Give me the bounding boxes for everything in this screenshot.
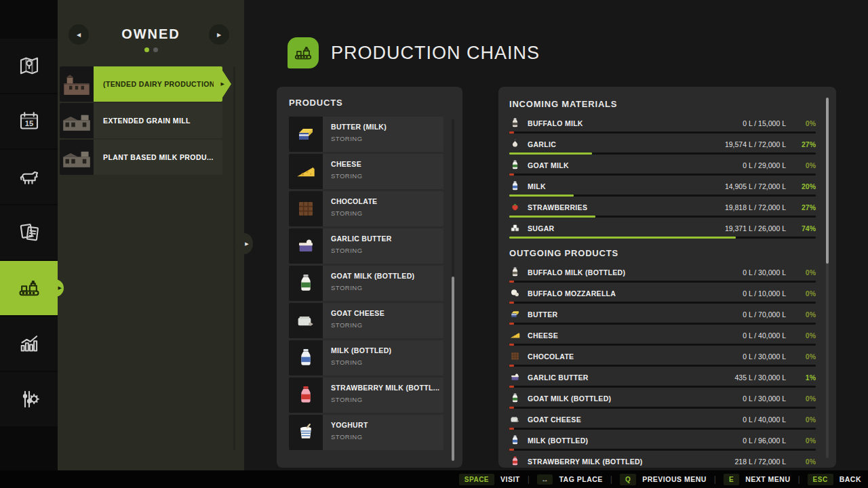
material-percent: 0% [786, 352, 816, 361]
material-name: GARLIC [528, 140, 556, 148]
products-scrollbar-thumb[interactable] [452, 277, 454, 461]
owned-production-item[interactable]: (TENDED DAIRY PRODUCTION▶ [60, 66, 222, 102]
material-name: BUFFALO MOZZARELLA [528, 289, 616, 298]
sidebar-item-calendar[interactable]: 15 [0, 94, 58, 148]
fill-level-track [509, 216, 816, 218]
buffalo-milk-bottle-icon [509, 266, 521, 278]
fill-level-bar-empty [509, 174, 514, 176]
garlic-icon [509, 138, 521, 150]
sidebar-item-contracts[interactable] [0, 205, 58, 260]
fill-level-track [509, 365, 816, 367]
material-name: BUTTER [528, 310, 557, 319]
production-icon [17, 276, 41, 300]
product-info: MILK (BOTTLED)STORING [323, 340, 443, 375]
dairy-building-icon [62, 73, 92, 96]
material-percent: 0% [786, 415, 816, 424]
material-amount: 0 L / 70,000 L [743, 310, 786, 319]
materials-scrollbar-thumb[interactable] [826, 98, 829, 264]
milk-icon [509, 180, 521, 192]
material-name: MILK (BOTTLED) [528, 436, 588, 445]
key-esc[interactable]: ESC [808, 474, 833, 485]
material-row: MILK14,905 L / 72,000 L20% [509, 180, 816, 197]
material-amount: 218 L / 72,000 L [734, 458, 786, 466]
fill-level-bar-empty [509, 449, 514, 451]
material-percent: 0% [786, 331, 816, 340]
product-row[interactable]: GOAT CHEESESTORING [289, 303, 443, 338]
product-row[interactable]: BUTTER (MILK)STORING [289, 117, 443, 152]
product-row[interactable]: STRAWBERRY MILK (BOTTL...STORING [289, 378, 443, 413]
material-name: GOAT MILK (BOTTLED) [528, 394, 611, 403]
fill-level-bar-empty [509, 365, 514, 367]
product-status: STORING [331, 247, 443, 254]
owned-scrollbar[interactable] [233, 66, 235, 450]
material-row: CHEESE0 L / 40,000 L0% [509, 329, 816, 346]
material-name: SUGAR [528, 224, 554, 232]
product-icon-tile [289, 415, 323, 450]
products-scrollbar[interactable] [452, 119, 454, 461]
material-amount: 19,818 L / 72,000 L [725, 203, 786, 211]
sidebar-item-production-chains[interactable]: ▶ [0, 261, 58, 315]
materials-scrollbar[interactable] [826, 98, 829, 458]
material-amount: 0 L / 15,000 L [743, 119, 786, 127]
fill-level-track [509, 449, 816, 451]
material-row: MILK (BOTTLED)0 L / 96,000 L0% [509, 434, 816, 451]
strawberry-milk-bottle-icon [509, 455, 521, 467]
incoming-materials-list: BUFFALO MILK0 L / 15,000 L0%GARLIC19,574… [509, 117, 816, 239]
material-percent: 27% [786, 203, 816, 211]
product-name: CHOCOLATE [331, 197, 443, 205]
owned-production-item[interactable]: PLANT BASED MILK PRODU... [60, 140, 222, 175]
fill-level-bar [509, 216, 595, 218]
product-row[interactable]: CHEESESTORING [289, 154, 443, 189]
material-row: GOAT MILK0 L / 29,000 L0% [509, 159, 816, 176]
goat-cheese-icon [509, 413, 521, 425]
left-right-arrows-icon[interactable]: ↔ [537, 474, 553, 485]
product-row[interactable]: GOAT MILK (BOTTLED)STORING [289, 266, 443, 301]
material-percent: 0% [786, 394, 816, 403]
product-row[interactable]: YOGHURTSTORING [289, 415, 443, 450]
owned-production-item[interactable]: EXTENDED GRAIN MILL [60, 103, 222, 138]
pagination-dot-1[interactable] [144, 47, 149, 52]
fill-level-track [509, 302, 816, 304]
product-row[interactable]: CHOCOLATESTORING [289, 191, 443, 226]
fill-level-track [509, 344, 816, 346]
product-name: YOGHURT [331, 421, 443, 429]
material-amount: 19,371 L / 26,000 L [725, 224, 786, 232]
production-icon [293, 43, 313, 63]
key-q[interactable]: Q [620, 474, 636, 485]
product-row[interactable]: MILK (BOTTLED)STORING [289, 340, 443, 375]
product-status: STORING [331, 284, 443, 291]
sidebar-item-animals[interactable] [0, 150, 58, 204]
product-icon-tile [289, 303, 323, 338]
product-info: GOAT MILK (BOTTLED)STORING [323, 266, 443, 301]
owned-next-button[interactable]: ▶ [209, 24, 229, 45]
fill-level-bar-empty [509, 428, 514, 430]
butter-pack-icon [295, 123, 317, 145]
milk-bottle-icon [509, 434, 521, 446]
material-row: BUFFALO MILK0 L / 15,000 L0% [509, 117, 816, 134]
material-name: CHEESE [528, 331, 558, 340]
product-row[interactable]: GARLIC BUTTERSTORING [289, 228, 443, 264]
keybind-action-label: NEXT MENU [745, 475, 790, 483]
sidebar-item-statistics[interactable] [0, 317, 58, 371]
panel-collapse-handle[interactable]: ▶ [236, 233, 253, 254]
material-amount: 0 L / 96,000 L [743, 436, 786, 445]
fill-level-track [509, 386, 816, 388]
chevron-right-icon: ▶ [217, 32, 221, 38]
material-row: GOAT CHEESE0 L / 40,000 L0% [509, 413, 816, 430]
material-percent: 20% [786, 182, 816, 190]
buffalo-milk-icon [509, 117, 521, 129]
pagination-dot-2[interactable] [153, 47, 158, 52]
fill-level-track [509, 174, 816, 176]
product-name: MILK (BOTTLED) [331, 346, 443, 354]
products-list: BUTTER (MILK)STORINGCHEESESTORINGCHOCOLA… [289, 117, 443, 450]
product-icon-tile [289, 266, 323, 301]
production-thumbnail [60, 66, 94, 102]
product-status: STORING [331, 172, 443, 180]
fill-level-bar-empty [509, 344, 514, 346]
key-e[interactable]: E [724, 474, 739, 485]
key-space[interactable]: SPACE [459, 474, 494, 485]
calendar-icon: 15 [17, 109, 41, 134]
sidebar-item-settings[interactable] [0, 372, 58, 426]
sidebar-item-map[interactable] [0, 39, 58, 93]
material-amount: 0 L / 30,000 L [743, 268, 786, 277]
